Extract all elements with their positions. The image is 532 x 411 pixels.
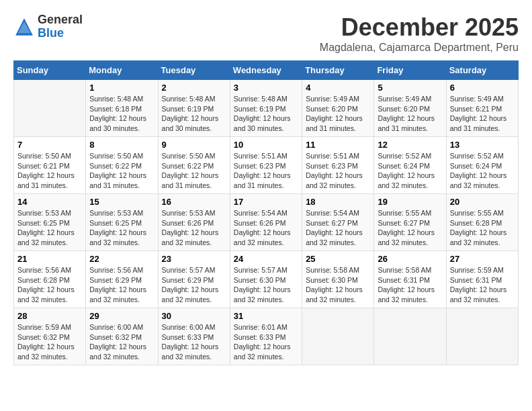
day-info: Sunrise: 5:49 AMSunset: 6:20 PMDaylight:… (306, 94, 370, 134)
day-number: 14 (17, 197, 82, 207)
calendar-cell: 3Sunrise: 5:48 AMSunset: 6:19 PMDaylight… (230, 80, 302, 137)
calendar-cell: 26Sunrise: 5:58 AMSunset: 6:31 PMDayligh… (374, 251, 446, 308)
header-day-wednesday: Wednesday (230, 61, 302, 80)
day-number: 22 (89, 254, 154, 264)
calendar-header-row: SundayMondayTuesdayWednesdayThursdayFrid… (14, 61, 519, 80)
day-number: 11 (306, 140, 370, 150)
logo-text: General Blue (38, 13, 83, 40)
calendar-cell (446, 308, 518, 365)
day-number: 25 (306, 254, 370, 264)
day-number: 4 (306, 83, 370, 93)
day-number: 10 (234, 140, 298, 150)
day-number: 1 (89, 83, 154, 93)
calendar-cell: 24Sunrise: 5:57 AMSunset: 6:30 PMDayligh… (230, 251, 302, 308)
day-info: Sunrise: 5:51 AMSunset: 6:23 PMDaylight:… (234, 151, 298, 191)
calendar-cell: 1Sunrise: 5:48 AMSunset: 6:18 PMDaylight… (86, 80, 158, 137)
day-info: Sunrise: 5:57 AMSunset: 6:29 PMDaylight:… (162, 265, 226, 305)
day-number: 21 (17, 254, 82, 264)
day-info: Sunrise: 5:56 AMSunset: 6:29 PMDaylight:… (89, 265, 154, 305)
calendar-cell (374, 308, 446, 365)
day-number: 28 (17, 311, 82, 321)
calendar-week-row: 21Sunrise: 5:56 AMSunset: 6:28 PMDayligh… (14, 251, 519, 308)
day-info: Sunrise: 5:50 AMSunset: 6:22 PMDaylight:… (162, 151, 226, 191)
calendar-cell: 13Sunrise: 5:52 AMSunset: 6:24 PMDayligh… (446, 137, 518, 194)
day-info: Sunrise: 5:58 AMSunset: 6:30 PMDaylight:… (306, 265, 370, 305)
day-number: 29 (89, 311, 154, 321)
day-number: 16 (162, 197, 226, 207)
calendar-cell: 9Sunrise: 5:50 AMSunset: 6:22 PMDaylight… (158, 137, 230, 194)
day-info: Sunrise: 5:55 AMSunset: 6:28 PMDaylight:… (450, 208, 515, 248)
day-info: Sunrise: 5:52 AMSunset: 6:24 PMDaylight:… (378, 151, 442, 191)
day-info: Sunrise: 6:01 AMSunset: 6:33 PMDaylight:… (234, 322, 298, 362)
calendar-cell: 5Sunrise: 5:49 AMSunset: 6:20 PMDaylight… (374, 80, 446, 137)
calendar-cell: 20Sunrise: 5:55 AMSunset: 6:28 PMDayligh… (446, 194, 518, 251)
day-number: 3 (234, 83, 298, 93)
day-info: Sunrise: 5:56 AMSunset: 6:28 PMDaylight:… (17, 265, 82, 305)
calendar-cell: 27Sunrise: 5:59 AMSunset: 6:31 PMDayligh… (446, 251, 518, 308)
day-number: 18 (306, 197, 370, 207)
calendar-cell: 17Sunrise: 5:54 AMSunset: 6:26 PMDayligh… (230, 194, 302, 251)
calendar-cell: 22Sunrise: 5:56 AMSunset: 6:29 PMDayligh… (86, 251, 158, 308)
calendar-cell: 31Sunrise: 6:01 AMSunset: 6:33 PMDayligh… (230, 308, 302, 365)
day-number: 24 (234, 254, 298, 264)
day-info: Sunrise: 5:48 AMSunset: 6:19 PMDaylight:… (234, 94, 298, 134)
day-info: Sunrise: 5:51 AMSunset: 6:23 PMDaylight:… (306, 151, 370, 191)
day-info: Sunrise: 5:49 AMSunset: 6:20 PMDaylight:… (378, 94, 442, 134)
calendar-cell: 23Sunrise: 5:57 AMSunset: 6:29 PMDayligh… (158, 251, 230, 308)
day-info: Sunrise: 6:00 AMSunset: 6:32 PMDaylight:… (89, 322, 154, 362)
calendar-cell: 19Sunrise: 5:55 AMSunset: 6:27 PMDayligh… (374, 194, 446, 251)
day-number: 9 (162, 140, 226, 150)
day-number: 12 (378, 140, 442, 150)
calendar-cell: 18Sunrise: 5:54 AMSunset: 6:27 PMDayligh… (302, 194, 374, 251)
day-number: 6 (450, 83, 515, 93)
day-info: Sunrise: 5:48 AMSunset: 6:18 PMDaylight:… (89, 94, 154, 134)
day-info: Sunrise: 5:54 AMSunset: 6:27 PMDaylight:… (306, 208, 370, 248)
day-info: Sunrise: 5:50 AMSunset: 6:21 PMDaylight:… (17, 151, 82, 191)
calendar-cell: 15Sunrise: 5:53 AMSunset: 6:25 PMDayligh… (86, 194, 158, 251)
day-number: 27 (450, 254, 515, 264)
location-title: Magdalena, Cajamarca Department, Peru (320, 42, 519, 54)
day-info: Sunrise: 5:48 AMSunset: 6:19 PMDaylight:… (162, 94, 226, 134)
day-info: Sunrise: 5:53 AMSunset: 6:26 PMDaylight:… (162, 208, 226, 248)
day-info: Sunrise: 5:57 AMSunset: 6:30 PMDaylight:… (234, 265, 298, 305)
day-number: 30 (162, 311, 226, 321)
day-number: 20 (450, 197, 515, 207)
day-info: Sunrise: 5:54 AMSunset: 6:26 PMDaylight:… (234, 208, 298, 248)
calendar-cell: 29Sunrise: 6:00 AMSunset: 6:32 PMDayligh… (86, 308, 158, 365)
header-day-tuesday: Tuesday (158, 61, 230, 80)
logo: General Blue (13, 13, 83, 40)
header-day-friday: Friday (374, 61, 446, 80)
calendar-cell: 21Sunrise: 5:56 AMSunset: 6:28 PMDayligh… (14, 251, 86, 308)
header-day-thursday: Thursday (302, 61, 374, 80)
calendar-cell: 16Sunrise: 5:53 AMSunset: 6:26 PMDayligh… (158, 194, 230, 251)
day-info: Sunrise: 5:53 AMSunset: 6:25 PMDaylight:… (17, 208, 82, 248)
day-number: 17 (234, 197, 298, 207)
day-info: Sunrise: 5:53 AMSunset: 6:25 PMDaylight:… (89, 208, 154, 248)
day-number: 15 (89, 197, 154, 207)
day-number: 13 (450, 140, 515, 150)
day-number: 23 (162, 254, 226, 264)
day-number: 2 (162, 83, 226, 93)
calendar-cell: 7Sunrise: 5:50 AMSunset: 6:21 PMDaylight… (14, 137, 86, 194)
calendar-week-row: 7Sunrise: 5:50 AMSunset: 6:21 PMDaylight… (14, 137, 519, 194)
day-info: Sunrise: 5:55 AMSunset: 6:27 PMDaylight:… (378, 208, 442, 248)
logo-icon (13, 16, 35, 38)
day-number: 19 (378, 197, 442, 207)
day-number: 5 (378, 83, 442, 93)
logo-blue-text: Blue (38, 27, 83, 40)
calendar-cell: 14Sunrise: 5:53 AMSunset: 6:25 PMDayligh… (14, 194, 86, 251)
calendar-cell (302, 308, 374, 365)
day-info: Sunrise: 5:50 AMSunset: 6:22 PMDaylight:… (89, 151, 154, 191)
month-title: December 2025 (320, 13, 519, 42)
logo-general-text: General (38, 13, 83, 27)
day-info: Sunrise: 5:58 AMSunset: 6:31 PMDaylight:… (378, 265, 442, 305)
title-area: December 2025 Magdalena, Cajamarca Depar… (320, 13, 519, 54)
calendar-cell: 25Sunrise: 5:58 AMSunset: 6:30 PMDayligh… (302, 251, 374, 308)
calendar-cell: 10Sunrise: 5:51 AMSunset: 6:23 PMDayligh… (230, 137, 302, 194)
calendar-cell: 4Sunrise: 5:49 AMSunset: 6:20 PMDaylight… (302, 80, 374, 137)
day-info: Sunrise: 5:59 AMSunset: 6:31 PMDaylight:… (450, 265, 515, 305)
day-info: Sunrise: 6:00 AMSunset: 6:33 PMDaylight:… (162, 322, 226, 362)
day-info: Sunrise: 5:59 AMSunset: 6:32 PMDaylight:… (17, 322, 82, 362)
day-number: 26 (378, 254, 442, 264)
calendar-week-row: 14Sunrise: 5:53 AMSunset: 6:25 PMDayligh… (14, 194, 519, 251)
